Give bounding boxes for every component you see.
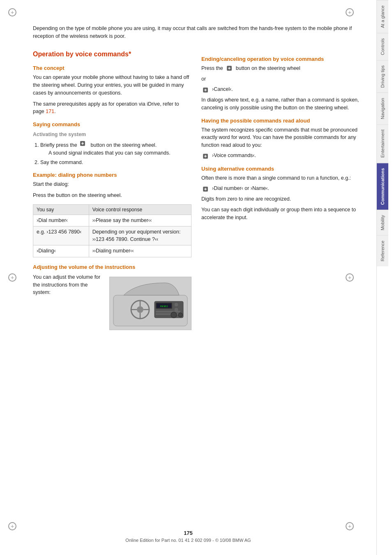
corner-marker-tr xyxy=(346,8,354,16)
svg-point-5 xyxy=(137,306,143,313)
cancel-cmd-text: ›Cancel‹. xyxy=(212,86,233,92)
voice-icon-voice-cmds xyxy=(201,153,210,160)
ending-or: or xyxy=(201,75,360,83)
two-column-layout: Operation by voice commands* The concept… xyxy=(33,50,360,330)
alt-cmd-text: ›Dial number‹ or ›Name‹. xyxy=(212,185,269,191)
sidebar-tab-entertainment[interactable]: Entertainment xyxy=(377,124,388,162)
sidebar-tab-controls[interactable]: Controls xyxy=(377,33,388,60)
table-cell-response: Depending on your equipment version: ››1… xyxy=(89,227,191,245)
table-cell-you-say: ›Dialing‹ xyxy=(33,245,89,257)
voice-cmds-text: ›Voice commands‹. xyxy=(212,153,256,158)
table-row: e.g. ›123 456 7890‹Depending on your equ… xyxy=(33,227,191,245)
alternative-para2: Digits from zero to nine are recognized. xyxy=(201,195,360,203)
dialog-table: You say Voice control response ›Dial num… xyxy=(33,204,191,257)
example-press: Press the button on the steering wheel. xyxy=(33,192,191,199)
alt-cmd-row: ›Dial number‹ or ›Name‹. xyxy=(201,185,360,193)
corner-marker-bl xyxy=(8,522,16,530)
sidebar-tab-mobility[interactable]: Mobility xyxy=(377,210,388,235)
sidebar-tab-at-a-glance[interactable]: At a glance xyxy=(377,0,388,33)
table-col1-header: You say xyxy=(33,204,89,215)
adjusting-heading: Adjusting the volume of the instructions xyxy=(33,264,191,270)
intro-text: Depending on the type of mobile phone yo… xyxy=(33,25,360,40)
activating-steps: Briefly press the button on the steering… xyxy=(40,140,191,166)
alternative-para3: You can say each digit individually or g… xyxy=(201,206,360,222)
car-stereo-image: FM 98.5 xyxy=(109,277,191,330)
page-number: 175 xyxy=(0,530,376,536)
possible-cmds-para1: The system recognizes specific commands … xyxy=(201,126,360,149)
svg-point-18 xyxy=(171,312,177,318)
svg-point-19 xyxy=(178,313,182,317)
svg-text:FM 98.5: FM 98.5 xyxy=(160,305,168,308)
bottom-section: You can adjust the volume for the instru… xyxy=(33,273,191,330)
table-cell-response: ››Dialing number‹‹ xyxy=(89,245,191,257)
voice-button-icon xyxy=(78,140,87,147)
left-column: Operation by voice commands* The concept… xyxy=(33,50,191,330)
corner-marker-br xyxy=(346,522,354,530)
table-cell-response: ››Please say the number‹‹ xyxy=(89,215,191,227)
svg-point-14 xyxy=(174,303,178,307)
right-column: Ending/canceling operation by voice comm… xyxy=(201,50,360,330)
alternative-para1: Often there is more than a single comman… xyxy=(201,174,360,182)
step-2: Say the command. xyxy=(40,159,191,166)
concept-para1: You can operate your mobile phone withou… xyxy=(33,74,191,97)
page-wrapper: Depending on the type of mobile phone yo… xyxy=(0,0,392,555)
alternative-heading: Using alternative commands xyxy=(201,166,360,172)
table-cell-you-say: e.g. ›123 456 7890‹ xyxy=(33,227,89,245)
possible-cmds-heading: Having the possible commands read aloud xyxy=(201,118,360,124)
voice-icon-cancel xyxy=(201,86,210,94)
cancel-cmd-row: ›Cancel‹. xyxy=(201,86,360,94)
ending-heading: Ending/canceling operation by voice comm… xyxy=(201,56,360,62)
example-heading: Example: dialing phone numbers xyxy=(33,172,191,178)
svg-rect-16 xyxy=(156,311,180,312)
ending-para2: In dialogs where text, e.g. a name, rath… xyxy=(201,96,360,112)
corner-marker-mid-r xyxy=(346,273,354,282)
page-footer: 175 Online Edition for Part no. 01 41 2 … xyxy=(0,530,376,543)
example-start: Start the dialog: xyxy=(33,180,191,188)
main-content: Depending on the type of mobile phone yo… xyxy=(0,0,376,555)
adjusting-text: You can adjust the volume for the instru… xyxy=(33,273,101,296)
adjusting-text-block: You can adjust the volume for the instru… xyxy=(33,273,101,300)
table-row: ›Dial number‹››Please say the number‹‹ xyxy=(33,215,191,227)
sidebar-tab-communications[interactable]: Communications xyxy=(377,163,388,210)
ending-para1: Press the button on the steering wheel xyxy=(201,65,360,72)
right-sidebar: At a glanceControlsDriving tipsNavigatio… xyxy=(376,0,392,555)
voice-button-icon-2 xyxy=(226,65,233,72)
voice-cmd-row-voice-cmds: ›Voice commands‹. xyxy=(201,153,360,160)
saying-commands-heading: Saying commands xyxy=(33,121,191,127)
footer-text: Online Edition for Part no. 01 41 2 602 … xyxy=(125,538,251,543)
sidebar-tab-driving-tips[interactable]: Driving tips xyxy=(377,60,388,92)
voice-icon-alt xyxy=(201,185,210,193)
table-cell-you-say: ›Dial number‹ xyxy=(33,215,89,227)
sidebar-tab-reference[interactable]: Reference xyxy=(377,235,388,266)
table-col2-header: Voice control response xyxy=(89,204,191,215)
concept-para2: The same prerequisites apply as for oper… xyxy=(33,100,191,116)
corner-marker-tl xyxy=(8,8,16,16)
activating-heading: Activating the system xyxy=(33,132,191,137)
concept-heading: The concept xyxy=(33,65,191,71)
table-row: ›Dialing‹››Dialing number‹‹ xyxy=(33,245,191,257)
sidebar-tab-navigation[interactable]: Navigation xyxy=(377,92,388,124)
corner-marker-mid-l xyxy=(8,273,16,282)
page-link[interactable]: 171 xyxy=(46,109,54,114)
section-title: Operation by voice commands* xyxy=(33,50,191,59)
step-1: Briefly press the button on the steering… xyxy=(40,140,191,157)
step1-sub: A sound signal indicates that you can sa… xyxy=(48,149,191,157)
